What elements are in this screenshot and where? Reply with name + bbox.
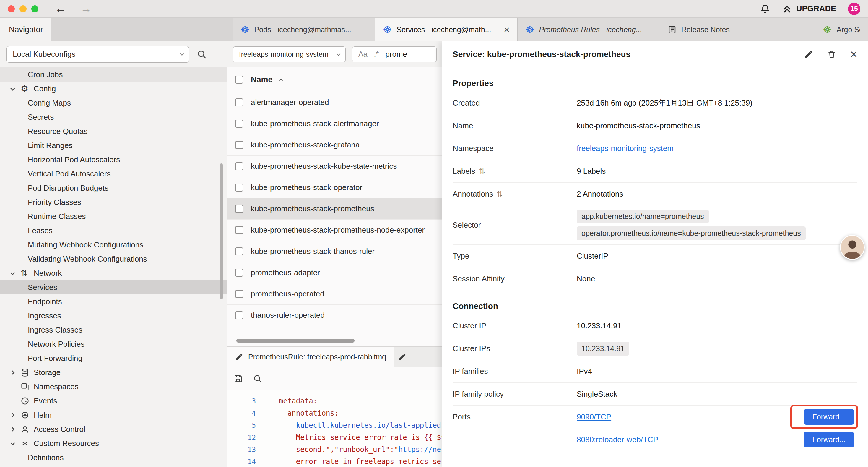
chevron-right-icon[interactable] xyxy=(11,413,21,417)
sidebar-item-network-policies[interactable]: Network Policies xyxy=(0,337,227,351)
window-close-button[interactable] xyxy=(8,5,15,12)
table-row[interactable]: kube-prometheus-stack-thanos-ruler xyxy=(227,241,442,262)
sidebar-search-icon[interactable] xyxy=(197,49,207,59)
close-icon[interactable]: × xyxy=(850,48,857,61)
sidebar-item-config[interactable]: ⚙Config xyxy=(0,82,227,96)
sidebar-item-endpoints[interactable]: Endpoints xyxy=(0,294,227,309)
table-row[interactable]: thanos-ruler-operated xyxy=(227,305,442,326)
table-row[interactable]: alertmanager-operated xyxy=(227,92,442,113)
regex-icon[interactable]: .* xyxy=(374,50,379,59)
tab-prometheus-rules-icecheng[interactable]: ☸Prometheus Rules - icecheng... xyxy=(518,18,660,41)
sort-ascending-icon[interactable] xyxy=(279,78,283,82)
table-row[interactable]: prometheus-operated xyxy=(227,284,442,305)
table-horizontal-scrollbar[interactable] xyxy=(236,339,354,343)
sidebar-item-port-forwarding[interactable]: Port Forwarding xyxy=(0,351,227,365)
sidebar-item-helm[interactable]: Helm xyxy=(0,408,227,422)
sort-updown-icon[interactable]: ⇅ xyxy=(479,167,485,176)
table-search-input[interactable]: Aa .* prome xyxy=(352,47,437,62)
table-row[interactable]: kube-prometheus-stack-grafana xyxy=(227,135,442,156)
sidebar-item-leases[interactable]: Leases xyxy=(0,224,227,238)
sidebar-item-ingresses[interactable]: Ingresses xyxy=(0,309,227,323)
sidebar-item-runtime-classes[interactable]: Runtime Classes xyxy=(0,209,227,224)
sidebar-item-access-control[interactable]: Access Control xyxy=(0,422,227,436)
table-header: Name xyxy=(227,67,442,92)
row-checkbox[interactable] xyxy=(235,290,243,298)
forward-arrow-icon[interactable]: → xyxy=(80,2,92,15)
chevron-right-icon[interactable] xyxy=(11,371,21,374)
kubeconfig-selector[interactable]: Local Kubeconfigs xyxy=(6,46,189,63)
name-column-header[interactable]: Name xyxy=(251,75,273,84)
notifications-bell-icon[interactable] xyxy=(760,4,770,14)
chevron-down-icon[interactable] xyxy=(11,442,21,445)
delete-icon[interactable] xyxy=(827,50,836,59)
row-checkbox[interactable] xyxy=(235,141,243,149)
editor-tab-prometheusrule[interactable]: PrometheusRule: freeleaps-prod-rabbitmq xyxy=(227,347,394,367)
sidebar-item-namespaces[interactable]: Namespaces xyxy=(0,380,227,394)
sidebar-item-horizontal-pod-autoscalers[interactable]: Horizontal Pod Autoscalers xyxy=(0,152,227,167)
row-checkbox[interactable] xyxy=(235,98,243,107)
port-link[interactable]: 9090/TCP xyxy=(577,412,611,421)
select-all-checkbox[interactable] xyxy=(235,76,243,84)
row-checkbox[interactable] xyxy=(235,205,243,213)
sidebar-item-validating-webhook-configurations[interactable]: Validating Webhook Configurations xyxy=(0,252,227,266)
row-checkbox[interactable] xyxy=(235,269,243,276)
tab-pods-icecheng-mathmas[interactable]: ☸Pods - icecheng@mathmas... xyxy=(233,18,375,41)
chevron-down-icon[interactable] xyxy=(11,87,21,90)
sidebar-item-limit-ranges[interactable]: Limit Ranges xyxy=(0,138,227,152)
table-row[interactable]: kube-prometheus-stack-prometheus xyxy=(227,198,442,220)
support-avatar[interactable] xyxy=(840,235,865,260)
tab-argo-se[interactable]: ☸Argo Se... xyxy=(815,18,868,41)
sidebar-item-ingress-classes[interactable]: Ingress Classes xyxy=(0,323,227,337)
namespace-selector[interactable]: freeleaps-monitoring-system xyxy=(233,47,346,62)
sidebar-item-pod-disruption-budgets[interactable]: Pod Disruption Budgets xyxy=(0,181,227,195)
row-checkbox[interactable] xyxy=(235,183,243,192)
sidebar-item-custom-resources[interactable]: Custom Resources xyxy=(0,436,227,450)
row-checkbox[interactable] xyxy=(235,162,243,170)
table-row[interactable]: prometheus-adapter xyxy=(227,262,442,284)
property-value[interactable]: freeleaps-monitoring-system xyxy=(577,144,674,153)
row-checkbox[interactable] xyxy=(235,311,243,319)
tab-services-icecheng-math[interactable]: ☸Services - icecheng@math...× xyxy=(375,18,518,41)
notification-count-badge[interactable]: 15 xyxy=(848,3,860,15)
sidebar-item-priority-classes[interactable]: Priority Classes xyxy=(0,195,227,209)
window-maximize-button[interactable] xyxy=(31,5,38,12)
sort-updown-icon[interactable]: ⇅ xyxy=(497,190,503,198)
close-tab-icon[interactable]: × xyxy=(504,24,509,35)
save-icon[interactable] xyxy=(234,374,243,383)
forward-button[interactable]: Forward... xyxy=(804,432,854,447)
sidebar-item-services[interactable]: Services xyxy=(0,280,227,294)
row-checkbox[interactable] xyxy=(235,247,243,255)
sidebar-item-definitions[interactable]: Definitions xyxy=(0,450,227,465)
yaml-editor[interactable]: 3metadata:4 annotations:5 kubectl.kubern… xyxy=(227,390,442,467)
sidebar-item-secrets[interactable]: Secrets xyxy=(0,110,227,124)
navigator-panel-tab[interactable]: Navigator xyxy=(0,18,51,41)
sidebar-item-cron-jobs[interactable]: Cron Jobs xyxy=(0,67,227,82)
sidebar-item-events[interactable]: Events xyxy=(0,394,227,408)
sidebar-item-config-maps[interactable]: Config Maps xyxy=(0,96,227,110)
tab-release-notes[interactable]: Release Notes xyxy=(660,18,815,41)
editor-search-icon[interactable] xyxy=(253,374,262,383)
editor-tab-partial[interactable] xyxy=(394,347,411,367)
edit-icon[interactable] xyxy=(804,50,813,59)
back-arrow-icon[interactable]: ← xyxy=(55,2,66,15)
table-row[interactable]: kube-prometheus-stack-kube-state-metrics xyxy=(227,156,442,177)
row-checkbox[interactable] xyxy=(235,226,243,234)
sidebar-item-storage[interactable]: Storage xyxy=(0,365,227,380)
match-case-icon[interactable]: Aa xyxy=(359,50,368,59)
chevron-down-icon[interactable] xyxy=(11,272,21,275)
sidebar-item-network[interactable]: ⇅Network xyxy=(0,266,227,280)
property-label: Session Affinity xyxy=(453,274,577,284)
sidebar-scrollbar[interactable] xyxy=(220,164,223,299)
table-row[interactable]: kube-prometheus-stack-prometheus-node-ex… xyxy=(227,220,442,241)
upgrade-button[interactable]: UPGRADE xyxy=(782,4,836,14)
chevron-right-icon[interactable] xyxy=(11,428,21,431)
forward-button[interactable]: Forward... xyxy=(804,409,854,425)
port-link[interactable]: 8080:reloader-web/TCP xyxy=(577,435,658,444)
sidebar-item-resource-quotas[interactable]: Resource Quotas xyxy=(0,124,227,138)
table-row[interactable]: kube-prometheus-stack-operator xyxy=(227,177,442,198)
window-minimize-button[interactable] xyxy=(20,5,27,12)
row-checkbox[interactable] xyxy=(235,120,243,128)
table-row[interactable]: kube-prometheus-stack-alertmanager xyxy=(227,113,442,135)
sidebar-item-mutating-webhook-configurations[interactable]: Mutating Webhook Configurations xyxy=(0,238,227,252)
sidebar-item-vertical-pod-autoscalers[interactable]: Vertical Pod Autoscalers xyxy=(0,167,227,181)
